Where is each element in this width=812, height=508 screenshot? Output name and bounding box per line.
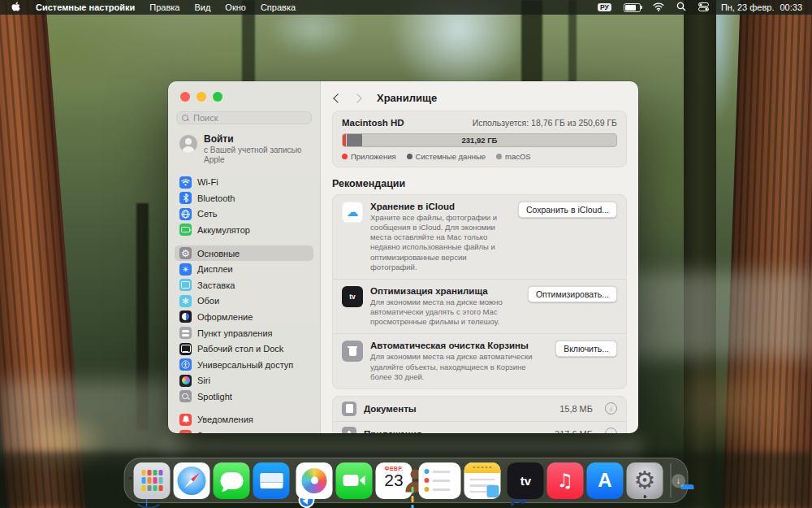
dock-icon <box>179 343 192 355</box>
siri-icon <box>179 375 192 387</box>
sidebar-item-sound[interactable]: Звук <box>175 428 313 433</box>
sidebar-item-label: Wi-Fi <box>197 177 218 187</box>
dock-item-tv[interactable]: tv <box>508 462 544 499</box>
system-settings-window: Войти с Вашей учетной записью Apple Wi-F… <box>168 81 638 433</box>
sidebar-item-label: Spotlight <box>197 392 232 402</box>
trash-icon <box>342 341 363 362</box>
dock-item-photos[interactable] <box>296 462 333 499</box>
accessibility-icon <box>179 358 192 371</box>
category-row-documents: Документы 15,8 МБ i <box>333 397 626 421</box>
dock-item-appstore[interactable]: A <box>587 462 624 499</box>
sidebar-item-network[interactable]: Сеть <box>175 206 313 223</box>
gear-icon <box>179 247 192 259</box>
category-size: 15,8 МБ <box>559 404 593 414</box>
legend-label: Системные данные <box>416 152 486 161</box>
content-header: Хранилище <box>321 81 638 111</box>
sidebar-item-control-center[interactable]: Пункт управления <box>175 325 313 341</box>
apple-menu-icon[interactable] <box>11 2 21 13</box>
dock-item-music[interactable]: ♫ <box>547 462 584 499</box>
optimize-button[interactable]: Оптимизировать... <box>528 286 617 302</box>
sidebar-item-label: Сеть <box>197 209 217 219</box>
menu-item-view[interactable]: Вид <box>194 2 210 12</box>
sidebar-item-appearance[interactable]: Оформление <box>175 309 313 325</box>
search-icon <box>182 115 188 121</box>
sidebar-item-label: Заставка <box>197 280 235 290</box>
store-in-icloud-button[interactable]: Сохранить в iCloud... <box>518 202 617 218</box>
zoom-button[interactable] <box>213 92 222 102</box>
sidebar-item-desktop-dock[interactable]: Рабочий стол и Dock <box>175 341 313 357</box>
appstore-icon: A <box>587 462 624 499</box>
sidebar-item-screensaver[interactable]: Заставка <box>175 277 313 293</box>
sidebar-item-notifications[interactable]: Уведомления <box>175 412 313 428</box>
input-source-indicator[interactable]: РУ <box>598 3 611 12</box>
minimize-button[interactable] <box>197 92 206 102</box>
sidebar-item-wallpaper[interactable]: Обои <box>175 293 313 310</box>
flower-icon <box>179 295 192 307</box>
sidebar-item-label: Универсальный доступ <box>197 360 293 370</box>
sign-in-item[interactable]: Войти с Вашей учетной записью Apple <box>168 128 320 172</box>
sidebar-item-label: Оформление <box>197 312 253 322</box>
recommendation-empty-trash: Автоматическая очистка Корзины Для эконо… <box>333 333 626 388</box>
toggles-icon <box>179 327 192 339</box>
launchpad-icon <box>134 462 171 499</box>
menu-bar: Системные настройки Правка Вид Окно Спра… <box>0 0 812 15</box>
recommendation-description: Для экономии места на диске автоматическ… <box>370 352 548 381</box>
sidebar-item-bluetooth[interactable]: Bluetooth <box>175 190 313 206</box>
category-panel-1: Документы 15,8 МБ i Приложения 317,6 МБ … <box>332 396 627 433</box>
info-icon[interactable]: i <box>605 428 617 433</box>
wifi-status-icon[interactable] <box>653 2 664 13</box>
recommendation-icloud: Хранение в iCloud Храните все файлы, фот… <box>333 195 626 279</box>
dock-item-mail[interactable] <box>253 462 290 499</box>
appearance-icon <box>179 310 192 323</box>
messages-icon <box>214 462 250 499</box>
page-title: Хранилище <box>377 92 437 104</box>
dock-item-reminders[interactable] <box>419 462 461 499</box>
forward-button[interactable] <box>352 93 361 102</box>
recommendation-optimize: Оптимизация хранилища Для экономии места… <box>333 279 626 333</box>
sidebar-item-displays[interactable]: Дисплеи <box>175 261 313 277</box>
category-label: Приложения <box>364 429 547 433</box>
screensaver-icon <box>179 279 192 291</box>
back-button[interactable] <box>333 93 342 102</box>
enable-button[interactable]: Включить... <box>555 341 617 357</box>
menu-app-name[interactable]: Системные настройки <box>36 2 135 12</box>
dock-item-launchpad[interactable] <box>134 462 171 499</box>
running-indicator <box>643 495 646 498</box>
sidebar-item-battery[interactable]: Аккумулятор <box>175 222 313 238</box>
menu-clock[interactable]: Пн, 23 февр.00:33 <box>721 2 802 12</box>
sidebar-item-general[interactable]: Основные <box>175 245 313 262</box>
category-label: Документы <box>364 404 552 414</box>
menu-item-help[interactable]: Справка <box>261 2 296 12</box>
menu-item-edit[interactable]: Правка <box>149 2 179 12</box>
dock-item-facetime[interactable] <box>336 462 373 499</box>
sidebar-item-accessibility[interactable]: Универсальный доступ <box>175 357 313 373</box>
search-input[interactable] <box>192 112 306 124</box>
sign-in-subtitle: с Вашей учетной записью <box>204 145 301 155</box>
info-icon[interactable]: i <box>605 402 617 415</box>
sidebar-item-siri[interactable]: Siri <box>175 373 313 389</box>
sidebar-item-label: Пункт управления <box>197 328 273 338</box>
dock-item-safari[interactable] <box>174 462 210 499</box>
sidebar-search[interactable] <box>176 111 312 124</box>
recommendation-title: Автоматическая очистка Корзины <box>370 341 548 350</box>
spotlight-search-icon[interactable] <box>676 2 686 13</box>
document-icon <box>342 402 356 416</box>
speaker-icon <box>179 430 192 433</box>
sidebar-item-wifi[interactable]: Wi-Fi <box>175 174 313 190</box>
appstore-icon <box>342 427 356 433</box>
control-center-icon[interactable] <box>698 2 709 13</box>
dock-item-system-settings[interactable]: ⚙ <box>627 462 663 499</box>
sidebar-item-spotlight[interactable]: Spotlight <box>175 389 313 405</box>
battery-icon[interactable] <box>624 3 641 12</box>
recommendations-heading: Рекомендации <box>332 178 627 189</box>
menu-item-window[interactable]: Окно <box>225 2 246 12</box>
dock-item-messages[interactable] <box>214 462 250 499</box>
battery-icon <box>179 224 192 236</box>
bluetooth-icon <box>179 192 192 204</box>
sidebar-item-label: Bluetooth <box>197 193 235 203</box>
close-button[interactable] <box>180 92 190 102</box>
storage-legend: Приложения Системные данные macOS <box>342 152 617 161</box>
sidebar-item-label: Уведомления <box>197 415 253 424</box>
photos-icon <box>296 462 333 499</box>
recommendation-title: Хранение в iCloud <box>370 202 511 211</box>
